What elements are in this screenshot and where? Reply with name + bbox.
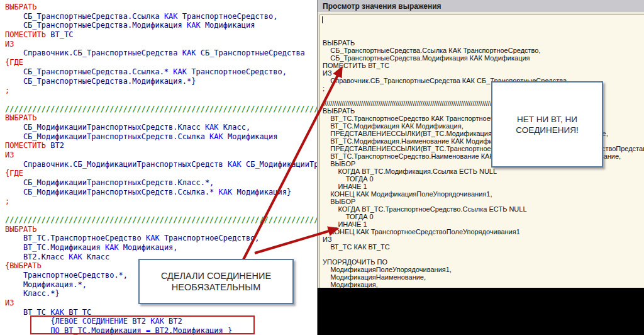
code-line: ////////////////////////////////////////… (5, 215, 317, 225)
callout-text-line: НЕТ НИ ВТ, НИ (492, 114, 602, 125)
code-line: СБ_ТранспортныеСредства.Ссылка КАК Транс… (5, 12, 317, 21)
expression-line: КОНЕЦ КАК МодификацияПолеУпорядочивания1… (323, 190, 644, 198)
expression-text-area[interactable]: ВЫБРАТЬ СБ_ТранспортныеСредства.Ссылка К… (319, 14, 644, 335)
code-line: ВЫБРАТЬ (5, 3, 317, 12)
code-line: ////////////////////////////////////////… (5, 105, 317, 114)
expression-line: ПОМЕСТИТЬ ВТ_ТС (323, 62, 644, 69)
code-line: {ГДЕ (5, 58, 317, 67)
expression-line: ИНАЧЕ 1 (323, 183, 644, 190)
expression-line: ИЗ (323, 69, 644, 77)
code-line: СБ_ТранспортныеСредства.Модификация КАК … (5, 21, 317, 30)
expression-line: КОГДА ВТ_ТС.Модификация.Ссылка ЕСТЬ NULL (323, 168, 644, 175)
code-line: СБ_ТранспортныеСредства.Модификация.*} (5, 77, 317, 86)
expression-line: СБ_ТранспортныеСредства.Модификация КАК … (323, 54, 644, 62)
code-line: ИЗ (5, 40, 317, 49)
text-caret (322, 16, 323, 23)
code-line (5, 95, 317, 105)
expression-line: УПОРЯДОЧИТЬ ПО (323, 258, 644, 266)
callout-join-optional: СДЕЛАЛИ СОЕДИНЕНИЕ НЕОБЯЗАТЕЛЬНЫМ (138, 259, 294, 304)
code-line: ПОМЕСТИТЬ ВТ_ТС (5, 30, 317, 40)
expression-viewer-dialog: Просмотр значения выражения ВЫБРАТЬ СБ_Т… (317, 0, 644, 335)
code-line: СБ_МодификацииТранспортныхСредств.Ссылка… (5, 132, 317, 142)
code-line: ВТ_ТС.Модификация КАК Модификация, (5, 243, 317, 253)
code-line: ВЫБРАТЬ (5, 225, 317, 234)
expression-line: КОГДА ВТ_ТС.ТранспортноеСредство.Ссылка … (323, 205, 644, 213)
code-line: {ГДЕ (5, 169, 317, 178)
code-line: СБ_МодификацииТранспортныхСредств.Класс.… (5, 178, 317, 188)
code-line: Справочник.СБ_МодификацииТранспортныхСре… (5, 160, 317, 169)
expression-line: КОНЕЦ КАК ТранспортноеСредствоПолеУпоряд… (323, 228, 644, 236)
expression-line: ВТ_ТС КАК ВТ_ТС (323, 243, 644, 251)
expression-line: МодификацияНаименование, (323, 273, 644, 281)
expression-line: ТОГДА 0 (323, 175, 644, 183)
expression-line: ТОГДА 0 (323, 213, 644, 220)
code-line: Справочник.СБ_ТранспортныеСредства КАК С… (5, 48, 317, 58)
expression-line (323, 251, 644, 258)
callout-no-vt-no-join: НЕТ НИ ВТ, НИ СОЕДИНЕНИЯ! (491, 81, 603, 168)
code-line: ВЫБРАТЬ (5, 113, 317, 123)
code-line: ВТ_ТС.ТранспортноеСредство КАК Транспорт… (5, 234, 317, 243)
code-line (5, 206, 317, 215)
expression-line: ВЫБОР (323, 198, 644, 205)
code-line: ПОМЕСТИТЬ ВТ2 (5, 141, 317, 150)
code-line: ; (5, 86, 317, 95)
code-line: СБ_ТранспортныеСредства.Ссылка.* КАК Тра… (5, 67, 317, 77)
expression-line: СБ_ТранспортныеСредства.Ссылка КАК Транс… (323, 47, 644, 54)
expression-line: МодификацияПолеУпорядочивания1, (323, 266, 644, 273)
code-line: ИЗ (5, 150, 317, 160)
code-line: СБ_МодификацииТранспортныхСредств.Класс … (5, 123, 317, 132)
expression-line: ВЫБРАТЬ (323, 39, 644, 47)
callout-text-line: СДЕЛАЛИ СОЕДИНЕНИЕ (140, 270, 292, 281)
expression-text: ВЫБРАТЬ СБ_ТранспортныеСредства.Ссылка К… (323, 39, 644, 311)
censored-region (318, 288, 644, 335)
highlight-rectangle (30, 315, 255, 334)
code-line: ; (5, 196, 317, 206)
callout-text-line: СОЕДИНЕНИЯ! (492, 125, 602, 135)
expression-line: ИНАЧЕ 1 (323, 220, 644, 228)
dialog-title: Просмотр значения выражения (318, 0, 644, 13)
code-line: СБ_МодификацииТранспортныхСредств.Ссылка… (5, 188, 317, 197)
expression-line: ИЗ (323, 236, 644, 243)
callout-text-line: НЕОБЯЗАТЕЛЬНЫМ (140, 281, 292, 293)
